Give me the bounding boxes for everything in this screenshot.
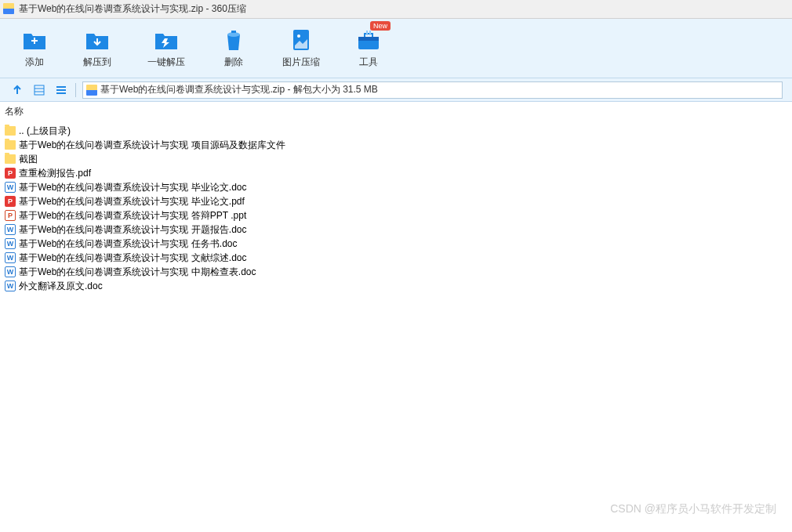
tools-label: 工具 [359, 56, 378, 69]
file-row[interactable]: W基于Web的在线问卷调查系统设计与实现 文献综述.doc [0, 251, 792, 265]
path-bar[interactable]: 基于Web的在线问卷调查系统设计与实现.zip - 解包大小为 31.5 MB [82, 81, 783, 99]
titlebar-text: 基于Web的在线问卷调查系统设计与实现.zip - 360压缩 [19, 2, 246, 16]
file-name: 基于Web的在线问卷调查系统设计与实现 毕业论文.doc [19, 181, 246, 194]
oneclick-icon [154, 27, 179, 52]
file-name: 基于Web的在线问卷调查系统设计与实现 开题报告.doc [19, 223, 246, 237]
trash-icon [221, 27, 246, 52]
ppt-icon: P [5, 210, 16, 221]
add-folder-icon [22, 27, 47, 52]
oneclick-button[interactable]: 一键解压 [141, 24, 191, 72]
file-name: 截图 [19, 153, 38, 166]
path-text: 基于Web的在线问卷调查系统设计与实现.zip - 解包大小为 31.5 MB [100, 83, 378, 96]
add-label: 添加 [25, 56, 44, 69]
titlebar: 基于Web的在线问卷调查系统设计与实现.zip - 360压缩 [0, 0, 792, 19]
new-badge: New [370, 21, 391, 31]
file-name: .. (上级目录) [19, 125, 71, 138]
svg-rect-7 [358, 37, 379, 41]
toolbox-icon [356, 27, 381, 52]
file-name: 基于Web的在线问卷调查系统设计与实现 任务书.doc [19, 237, 237, 251]
folder-icon [5, 125, 16, 136]
nav-separator [75, 83, 76, 97]
word-icon: W [5, 280, 16, 291]
view-list-button[interactable] [53, 82, 69, 98]
word-icon: W [5, 266, 16, 277]
pdf-icon: P [5, 196, 16, 207]
file-name: 基于Web的在线问卷调查系统设计与实现 文献综述.doc [19, 252, 246, 265]
file-name: 基于Web的在线问卷调查系统设计与实现 中期检查表.doc [19, 266, 256, 279]
file-name: 基于Web的在线问卷调查系统设计与实现 毕业论文.pdf [19, 195, 245, 208]
app-icon [3, 3, 16, 16]
file-row[interactable]: P基于Web的在线问卷调查系统设计与实现 毕业论文.pdf [0, 194, 792, 208]
file-name: 基于Web的在线问卷调查系统设计与实现 项目源码及数据库文件 [19, 139, 285, 152]
pdf-icon: P [5, 168, 16, 179]
file-row[interactable]: W基于Web的在线问卷调查系统设计与实现 毕业论文.doc [0, 180, 792, 194]
svg-rect-8 [35, 85, 44, 95]
file-row[interactable]: 截图 [0, 152, 792, 166]
add-button[interactable]: 添加 [16, 24, 53, 72]
file-row[interactable]: P基于Web的在线问卷调查系统设计与实现 答辩PPT .ppt [0, 208, 792, 223]
main-toolbar: 添加 解压到 一键解压 删除 图片压缩 New 工具 [0, 19, 792, 78]
file-row[interactable]: W基于Web的在线问卷调查系统设计与实现 中期检查表.doc [0, 265, 792, 279]
imagecompress-label: 图片压缩 [282, 56, 320, 69]
file-row[interactable]: .. (上级目录) [0, 124, 792, 138]
file-row[interactable]: W基于Web的在线问卷调查系统设计与实现 任务书.doc [0, 237, 792, 251]
zip-icon [86, 85, 97, 96]
file-name: 查重检测报告.pdf [19, 167, 91, 180]
file-list: .. (上级目录)基于Web的在线问卷调查系统设计与实现 项目源码及数据库文件截… [0, 122, 792, 295]
delete-button[interactable]: 删除 [215, 24, 252, 72]
file-name: 基于Web的在线问卷调查系统设计与实现 答辩PPT .ppt [19, 209, 246, 223]
svg-point-5 [297, 34, 300, 38]
folder-icon [5, 154, 16, 165]
view-details-button[interactable] [31, 82, 47, 98]
file-row[interactable]: P查重检测报告.pdf [0, 166, 792, 180]
imagecompress-button[interactable]: 图片压缩 [276, 24, 326, 72]
up-button[interactable] [9, 82, 25, 98]
extract-folder-icon [85, 27, 110, 52]
svg-rect-1 [34, 38, 35, 44]
file-row[interactable]: W基于Web的在线问卷调查系统设计与实现 开题报告.doc [0, 223, 792, 237]
file-row[interactable]: 基于Web的在线问卷调查系统设计与实现 项目源码及数据库文件 [0, 138, 792, 152]
delete-label: 删除 [224, 56, 243, 69]
column-header-name[interactable]: 名称 [0, 102, 792, 122]
word-icon: W [5, 182, 16, 193]
word-icon: W [5, 238, 16, 249]
extract-label: 解压到 [83, 56, 111, 69]
oneclick-label: 一键解压 [147, 56, 185, 69]
image-icon [289, 27, 314, 52]
extract-button[interactable]: 解压到 [77, 24, 118, 72]
tools-button[interactable]: New 工具 [350, 24, 387, 72]
file-name: 外文翻译及原文.doc [19, 280, 103, 293]
content-area: 名称 .. (上级目录)基于Web的在线问卷调查系统设计与实现 项目源码及数据库… [0, 102, 792, 532]
svg-rect-3 [231, 31, 236, 33]
folder-icon [5, 139, 16, 150]
file-row[interactable]: W外文翻译及原文.doc [0, 279, 792, 293]
word-icon: W [5, 224, 16, 235]
navbar: 基于Web的在线问卷调查系统设计与实现.zip - 解包大小为 31.5 MB [0, 78, 792, 102]
word-icon: W [5, 252, 16, 263]
